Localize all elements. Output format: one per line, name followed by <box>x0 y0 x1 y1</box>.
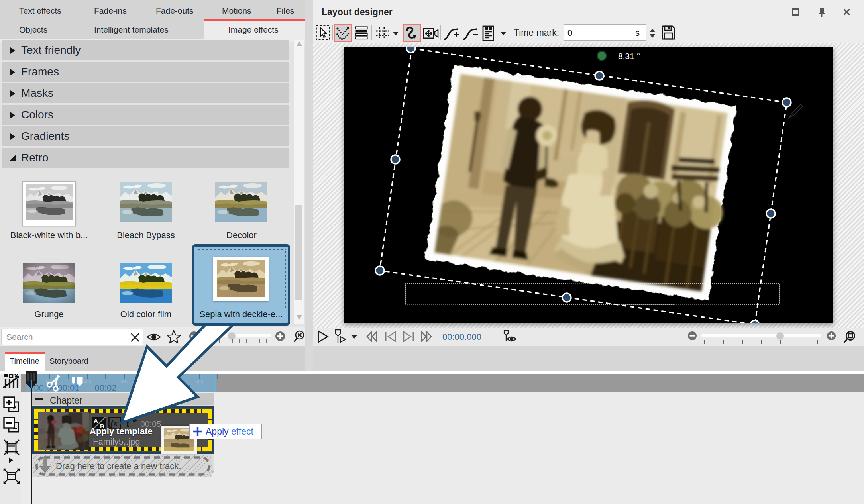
svg-text:8,31 °: 8,31 ° <box>618 51 640 61</box>
svg-text:A: A <box>94 417 98 424</box>
svg-text:500: 500 <box>83 379 91 384</box>
